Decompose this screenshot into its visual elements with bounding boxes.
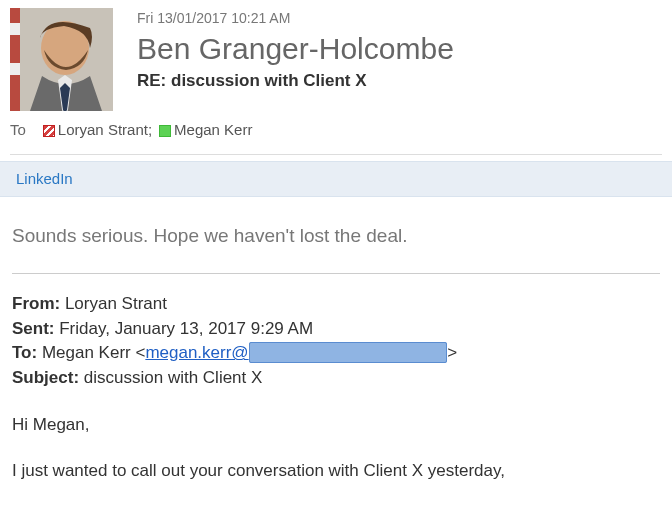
quoted-sent-value: Friday, January 13, 2017 9:29 AM	[55, 319, 314, 338]
email-view: Fri 13/01/2017 10:21 AM Ben Granger-Holc…	[0, 0, 672, 484]
quoted-subject-row: Subject: discussion with Client X	[12, 366, 660, 391]
quoted-greeting: Hi Megan,	[12, 413, 660, 438]
addin-bar: LinkedIn	[0, 161, 672, 197]
sender-name[interactable]: Ben Granger-Holcombe	[137, 32, 662, 65]
quoted-from-row: From: Loryan Strant	[12, 292, 660, 317]
quoted-sent-label: Sent:	[12, 319, 55, 338]
email-subject: RE: discussion with Client X	[137, 71, 662, 91]
svg-rect-3	[10, 63, 20, 75]
presence-available-icon	[159, 125, 171, 137]
quoted-paragraph: I just wanted to call out your conversat…	[12, 459, 660, 484]
sender-avatar[interactable]	[10, 8, 113, 111]
to-label: To	[10, 121, 26, 138]
header-divider	[10, 154, 662, 155]
quoted-subject-label: Subject:	[12, 368, 79, 387]
header-info: Fri 13/01/2017 10:21 AM Ben Granger-Holc…	[137, 8, 662, 111]
email-redacted-part: ████████████████	[249, 342, 448, 363]
recipient-name[interactable]: Loryan Strant;	[58, 121, 152, 138]
recipients-row: To Loryan Strant; Megan Kerr	[0, 111, 672, 148]
email-header: Fri 13/01/2017 10:21 AM Ben Granger-Holc…	[0, 8, 672, 111]
linkedin-link[interactable]: LinkedIn	[16, 170, 73, 187]
body-lead-text: Sounds serious. Hope we haven't lost the…	[12, 225, 660, 247]
quoted-from-value: Loryan Strant	[60, 294, 167, 313]
svg-rect-2	[10, 23, 20, 35]
quoted-to-prefix: Megan Kerr <	[37, 343, 145, 362]
quoted-to-email[interactable]: megan.kerr@████████████████	[145, 343, 447, 362]
email-body: Sounds serious. Hope we haven't lost the…	[0, 197, 672, 484]
quoted-to-label: To:	[12, 343, 37, 362]
presence-busy-icon	[43, 125, 55, 137]
quoted-divider	[12, 273, 660, 274]
quoted-body: Hi Megan, I just wanted to call out your…	[12, 413, 660, 484]
recipient-name[interactable]: Megan Kerr	[174, 121, 252, 138]
quoted-to-row: To: Megan Kerr <megan.kerr@█████████████…	[12, 341, 660, 366]
quoted-header: From: Loryan Strant Sent: Friday, Januar…	[12, 292, 660, 391]
quoted-sent-row: Sent: Friday, January 13, 2017 9:29 AM	[12, 317, 660, 342]
email-visible-part: megan.kerr@	[145, 343, 248, 362]
quoted-subject-value: discussion with Client X	[79, 368, 262, 387]
email-timestamp: Fri 13/01/2017 10:21 AM	[137, 10, 662, 26]
quoted-to-suffix: >	[447, 343, 457, 362]
quoted-from-label: From:	[12, 294, 60, 313]
